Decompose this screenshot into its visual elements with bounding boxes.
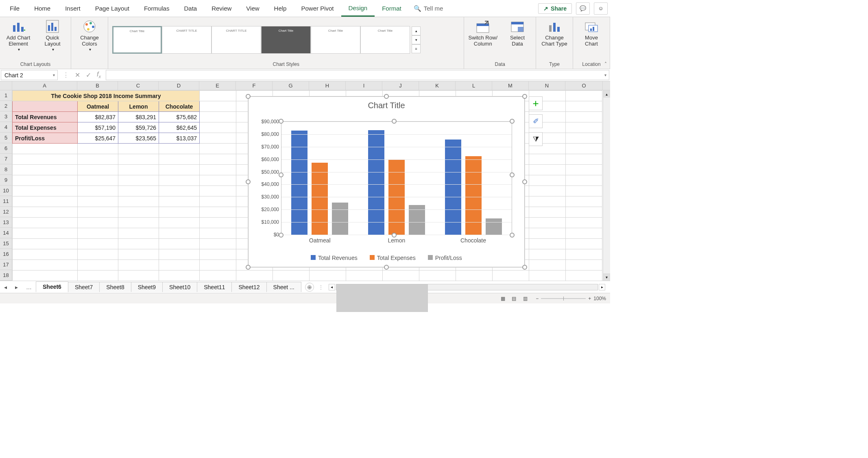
collapse-ribbon-icon[interactable]: ˄ [604,61,607,67]
resize-handle[interactable] [384,265,389,270]
cell[interactable]: $75,682 [159,112,200,122]
tab-design[interactable]: Design [341,0,375,17]
row-header[interactable]: 15 [0,238,12,249]
chart-bar[interactable] [368,130,384,235]
cell[interactable]: $59,726 [118,122,159,133]
chart-style-5[interactable]: Chart Title [311,26,360,54]
resize-handle[interactable] [522,265,527,270]
horizontal-scrollbar[interactable]: ◂ ▸ [328,284,606,290]
cell[interactable]: $62,645 [159,122,200,133]
switch-row-column-button[interactable]: Switch Row/ Column [468,20,497,47]
tab-view[interactable]: View [239,0,266,17]
fx-icon[interactable]: fx [97,71,101,79]
plot-resize-handle[interactable] [279,119,284,124]
plot-resize-handle[interactable] [392,233,397,238]
tab-home[interactable]: Home [27,0,58,17]
row-header[interactable]: 12 [0,207,12,217]
column-header[interactable]: D [159,81,199,90]
resize-handle[interactable] [246,265,251,270]
row-header[interactable]: 1 [0,90,12,101]
tab-format[interactable]: Format [375,0,409,17]
row-header[interactable]: 14 [0,228,12,238]
row-header[interactable]: 9 [0,175,12,185]
zoom-level[interactable]: 100% [593,296,606,301]
column-header[interactable]: J [382,81,419,90]
plot-resize-handle[interactable] [392,119,397,124]
tab-help[interactable]: Help [267,0,294,17]
resize-handle[interactable] [246,179,251,184]
cell[interactable]: Chocolate [159,101,200,112]
zoom-out-button[interactable]: − [536,296,539,301]
sheet-tab[interactable]: Sheet9 [131,282,163,292]
styles-up-button[interactable]: ▴ [412,26,421,35]
change-colors-button[interactable]: Change Colors▾ [75,20,104,52]
scroll-down-icon[interactable]: ▾ [603,273,610,281]
resize-handle[interactable] [384,94,389,99]
scrollbar-thumb[interactable] [336,284,428,312]
zoom-slider[interactable] [541,298,586,299]
sheet-nav-more[interactable]: … [22,284,36,290]
scroll-right-icon[interactable]: ▸ [599,284,605,290]
legend-entry[interactable]: Total Expenses [370,255,416,261]
chart-legend[interactable]: Total RevenuesTotal ExpensesProfit/Loss [249,255,524,261]
embedded-chart[interactable]: Chart Title $0$10,000$20,000$30,000$40,0… [248,96,525,267]
cell[interactable]: Total Expenses [13,122,78,133]
sheet-nav-prev[interactable]: ◂ [0,284,11,290]
row-header[interactable]: 8 [0,164,12,175]
chart-style-4[interactable]: Chart Title [261,26,311,54]
page-layout-view-icon[interactable]: ▤ [509,296,519,301]
row-header[interactable]: 10 [0,185,12,196]
row-header[interactable]: 18 [0,270,12,281]
plot-resize-handle[interactable] [279,172,284,177]
sheet-tab[interactable]: Sheet12 [231,282,266,292]
normal-view-icon[interactable]: ▦ [498,296,508,301]
cell[interactable]: Total Revenues [13,112,78,122]
styles-expand-button[interactable]: ≡ [412,44,421,53]
row-header[interactable]: 3 [0,111,12,122]
sheet-tab[interactable]: Sheet11 [197,282,232,292]
change-chart-type-button[interactable]: Change Chart Type [540,20,569,47]
cell[interactable]: Lemon [118,101,159,112]
legend-entry[interactable]: Profit/Loss [428,255,462,261]
column-header[interactable]: H [309,81,346,90]
chart-styles-button[interactable]: ✐ [529,114,543,128]
row-header[interactable]: 13 [0,217,12,228]
scroll-up-icon[interactable]: ▴ [603,90,610,98]
tab-page-layout[interactable]: Page Layout [88,0,137,17]
cell[interactable]: $23,565 [118,133,159,144]
plot-resize-handle[interactable] [279,233,284,238]
column-header[interactable]: B [77,81,118,90]
sheet-tab[interactable]: Sheet7 [68,282,100,292]
column-header[interactable]: N [529,81,565,90]
tab-review[interactable]: Review [204,0,239,17]
chart-style-3[interactable]: CHART TITLE [212,26,261,54]
cell[interactable]: $83,291 [118,112,159,122]
cell[interactable]: $57,190 [78,122,118,133]
column-header[interactable]: I [346,81,382,90]
resize-handle[interactable] [522,94,527,99]
chart-elements-button[interactable]: + [529,96,543,110]
sheet-nav-next[interactable]: ▸ [11,284,22,290]
column-header[interactable]: C [118,81,159,90]
cancel-icon[interactable]: ✕ [75,71,80,79]
plot-resize-handle[interactable] [510,233,515,238]
select-all-corner[interactable] [0,81,12,90]
cell[interactable]: $82,837 [78,112,118,122]
tellme-search[interactable]: 🔍 Tell me [409,5,448,12]
chart-style-1[interactable]: Chart Title [112,26,162,54]
column-header[interactable]: A [12,81,77,90]
chart-style-6[interactable]: Chart Title [360,26,410,54]
feedback-button[interactable]: ☺ [594,2,608,15]
resize-handle[interactable] [522,179,527,184]
cell-grid[interactable]: The Cookie Shop 2018 Income Summary Oatm… [12,90,603,281]
sheet-tab[interactable]: Sheet6 [36,281,68,292]
row-header[interactable]: 11 [0,196,12,207]
sheet-tab[interactable]: Sheet ... [266,282,301,292]
tab-power-pivot[interactable]: Power Pivot [294,0,341,17]
cell[interactable]: Profit/Loss [13,133,78,144]
column-header[interactable]: O [565,81,603,90]
row-header[interactable]: 2 [0,101,12,111]
cell[interactable]: $25,647 [78,133,118,144]
sheet-options-icon[interactable]: ⋮ [318,284,324,290]
row-header[interactable]: 5 [0,133,12,143]
